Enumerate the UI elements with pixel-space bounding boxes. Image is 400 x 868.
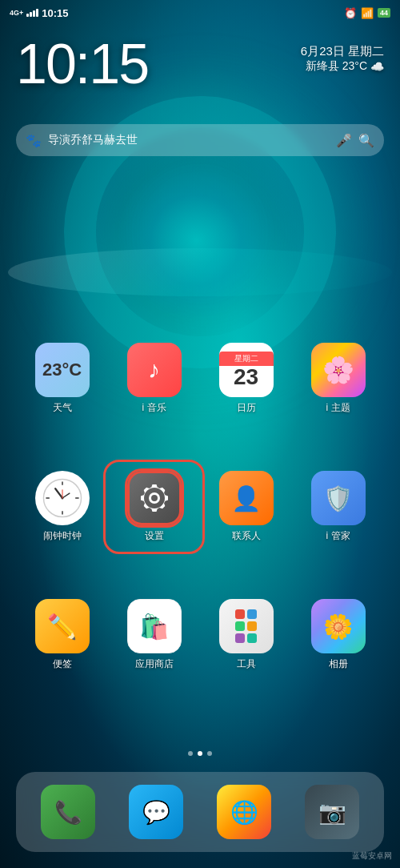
dock-messages[interactable]: 💬 (126, 778, 186, 846)
weather-icon: 23°C (35, 343, 90, 397)
notes-label: 便签 (53, 657, 72, 671)
appstore-icon: 🛍️ (127, 599, 182, 653)
clock-label: 闹钟时钟 (43, 529, 82, 543)
tools-dot-3 (235, 621, 245, 631)
shield-icon: 🛡️ (323, 484, 353, 512)
network-type-label: 4G+ (10, 9, 23, 17)
music-icon: ♪ (127, 343, 182, 397)
gallery-flower-icon: 🌼 (323, 613, 353, 641)
app-calendar[interactable]: 星期二 23 日历 (200, 336, 292, 421)
tools-dot-2 (247, 609, 257, 619)
app-gallery[interactable]: 🌼 相册 (292, 593, 384, 677)
dock: 📞 💬 🌐 📷 (16, 772, 384, 852)
camera-lens-icon: 📷 (318, 799, 346, 826)
phone-handset-icon: 📞 (54, 799, 82, 826)
security-label: i 管家 (326, 529, 350, 543)
security-icon: 🛡️ (311, 471, 366, 525)
signal-bar-3 (33, 10, 35, 17)
search-text: 导演乔舒马赫去世 (48, 133, 336, 147)
app-row-3: ✏️ 便签 🛍️ 应用商店 工具 🌼 相册 (0, 593, 400, 677)
app-clock[interactable]: 闹钟时钟 (16, 464, 108, 549)
tools-label: 工具 (237, 657, 256, 671)
notes-icon: ✏️ (35, 599, 90, 653)
status-left: 4G+ 10:15 (10, 7, 69, 19)
app-row-2: 闹钟时钟 设置 👤 联系人 🛡️ i 管家 (0, 464, 400, 549)
clock-svg (42, 478, 82, 518)
large-time-display: 10:15 (16, 32, 148, 96)
browser-icon: 🌐 (217, 785, 271, 839)
calendar-label: 日历 (237, 401, 256, 415)
mic-icon[interactable]: 🎤 (336, 133, 352, 148)
paw-icon: 🐾 (26, 133, 42, 148)
status-time: 10:15 (42, 7, 68, 19)
camera-icon: 📷 (305, 785, 359, 839)
weather-text: 新绛县 23°C (306, 59, 367, 74)
wifi-icon: 📶 (361, 7, 374, 19)
search-icon[interactable]: 🔍 (358, 133, 374, 148)
cloud-icon: ☁️ (370, 60, 384, 73)
tools-icon (219, 599, 274, 653)
alarm-icon: ⏰ (344, 7, 357, 19)
gear-svg (138, 482, 170, 514)
page-dot-2[interactable] (198, 751, 202, 756)
signal-bar-1 (26, 14, 29, 17)
status-right: ⏰ 📶 44 (344, 7, 390, 19)
signal-bar-2 (30, 12, 32, 17)
search-bar[interactable]: 🐾 导演乔舒马赫去世 🎤 🔍 (16, 124, 384, 156)
tools-grid-icon (230, 605, 262, 648)
phone-icon: 📞 (41, 785, 95, 839)
theme-label: i 主题 (326, 401, 350, 415)
app-notes[interactable]: ✏️ 便签 (16, 593, 108, 677)
theme-flower-icon: 🌸 (322, 355, 354, 385)
contacts-person-icon: 👤 (231, 484, 261, 512)
app-theme[interactable]: 🌸 i 主题 (292, 336, 384, 421)
page-dots (0, 751, 400, 756)
theme-icon: 🌸 (311, 343, 366, 397)
browser-globe-icon: 🌐 (230, 799, 258, 826)
app-music[interactable]: ♪ i 音乐 (108, 336, 200, 421)
app-weather[interactable]: 23°C 天气 (16, 336, 108, 421)
contacts-icon: 👤 (219, 471, 274, 525)
weather-label: 天气 (53, 401, 72, 415)
calendar-date-number: 23 (234, 366, 258, 388)
date-info: 6月23日 星期二 新绛县 23°C ☁️ (301, 44, 384, 74)
tools-dot-6 (247, 633, 257, 643)
page-dot-3[interactable] (207, 751, 212, 756)
tools-dot-1 (235, 609, 245, 619)
music-note-icon: ♪ (148, 356, 160, 384)
weather-temp: 23°C (42, 360, 82, 380)
dock-camera[interactable]: 📷 (302, 778, 362, 846)
settings-label: 设置 (145, 529, 164, 543)
messages-icon: 💬 (129, 785, 183, 839)
app-tools[interactable]: 工具 (200, 593, 292, 677)
dock-phone[interactable]: 📞 (38, 778, 98, 846)
app-settings[interactable]: 设置 (108, 464, 200, 549)
calendar-icon: 星期二 23 (219, 343, 274, 397)
tools-dot-5 (235, 633, 245, 643)
app-contacts[interactable]: 👤 联系人 (200, 464, 292, 549)
bag-icon: 🛍️ (139, 613, 169, 641)
app-appstore[interactable]: 🛍️ 应用商店 (108, 593, 200, 677)
tools-dot-4 (247, 621, 257, 631)
notes-pencil-icon: ✏️ (47, 613, 77, 641)
gallery-icon: 🌼 (311, 599, 366, 653)
app-security[interactable]: 🛡️ i 管家 (292, 464, 384, 549)
battery-icon: 44 (378, 8, 390, 18)
signal-bar-4 (36, 9, 38, 17)
settings-icon (127, 471, 182, 525)
weather-line: 新绛县 23°C ☁️ (301, 59, 384, 74)
contacts-label: 联系人 (232, 529, 261, 543)
date-line: 6月23日 星期二 (301, 44, 384, 59)
signal-bars (26, 9, 38, 17)
gallery-label: 相册 (329, 657, 348, 671)
speech-bubble-icon: 💬 (142, 799, 170, 826)
page-dot-1[interactable] (188, 751, 193, 756)
status-bar: 4G+ 10:15 ⏰ 📶 44 (0, 0, 400, 26)
appstore-label: 应用商店 (135, 657, 174, 671)
dock-browser[interactable]: 🌐 (214, 778, 274, 846)
app-row-1: 23°C 天气 ♪ i 音乐 星期二 23 日历 🌸 i 主题 (0, 336, 400, 421)
watermark: 蓝莓安卓网 (352, 850, 392, 862)
music-label: i 音乐 (142, 401, 166, 415)
clock-icon (35, 471, 90, 525)
search-right-icons: 🎤 🔍 (336, 133, 374, 148)
